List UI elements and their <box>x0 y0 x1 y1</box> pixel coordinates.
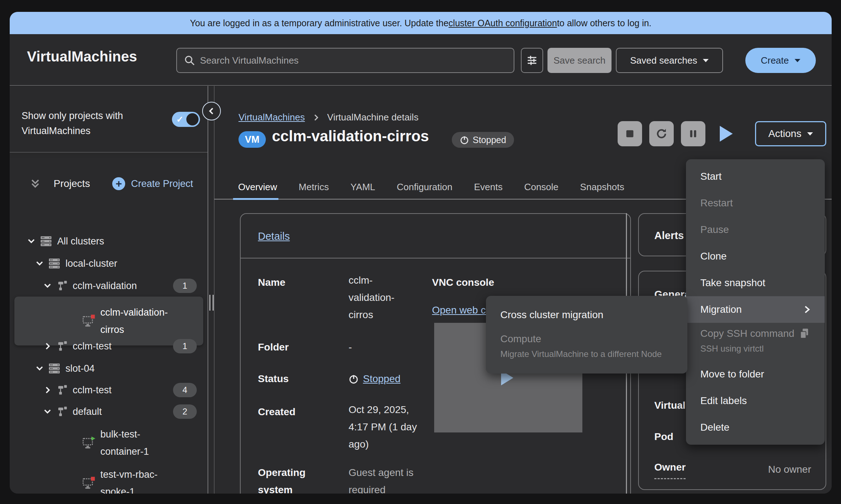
sidebar-resize-handle[interactable] <box>208 295 215 311</box>
folder-value: - <box>349 339 352 356</box>
search-input[interactable] <box>200 55 506 66</box>
tree-item-label: cclm-validation <box>73 277 137 294</box>
chevron-down-icon[interactable] <box>43 282 52 290</box>
copy-ssh-description: SSH using virtctl <box>700 344 810 354</box>
menu-item-clone[interactable]: Clone <box>686 243 825 270</box>
tree-item-label: test-vm-rbac- spoke-1 <box>100 466 158 494</box>
compute-label: Compute <box>500 333 541 345</box>
owner-label: Owner <box>654 459 686 479</box>
actions-dropdown-button[interactable]: Actions <box>755 121 826 146</box>
show-only-projects-toggle[interactable]: ✓ <box>172 112 200 127</box>
create-project-label: Create Project <box>131 178 193 189</box>
save-search-label: Save search <box>554 55 606 66</box>
menu-item-restart[interactable]: Restart <box>686 190 825 216</box>
tree-item-cclm-validation[interactable]: cclm-validation 1 <box>14 276 203 296</box>
chevron-right-icon <box>803 305 810 314</box>
details-divider <box>241 258 630 258</box>
sliders-icon <box>526 55 538 66</box>
stop-button[interactable] <box>618 121 642 146</box>
migration-label: Migration <box>700 304 742 315</box>
status-value: Stopped <box>349 370 400 388</box>
alerts-title: Alerts <box>654 230 684 242</box>
vm-status-badge: Stopped <box>452 132 514 148</box>
oauth-config-link[interactable]: cluster OAuth configuration <box>449 18 557 28</box>
tab-configuration[interactable]: Configuration <box>397 175 453 199</box>
tree-item-all-clusters[interactable]: All clusters <box>14 231 203 251</box>
play-icon <box>720 126 733 142</box>
created-label: Created <box>258 403 295 421</box>
tree-item-default[interactable]: default 2 <box>14 402 203 422</box>
advanced-filters-button[interactable] <box>521 48 543 73</box>
cluster-icon <box>48 258 60 269</box>
breadcrumb: VirtualMachines VirtualMachine details <box>238 112 418 123</box>
restart-button[interactable] <box>649 121 674 146</box>
tab-events[interactable]: Events <box>474 175 503 199</box>
page-header: VirtualMachines Save search <box>10 34 832 86</box>
pause-button[interactable] <box>681 121 705 146</box>
vm-details-main: VirtualMachines VirtualMachine details V… <box>214 86 832 494</box>
menu-item-pause[interactable]: Pause <box>686 216 825 243</box>
start-button[interactable] <box>717 125 735 143</box>
tab-overview[interactable]: Overview <box>238 175 277 199</box>
sidebar-divider <box>10 152 208 152</box>
chevron-down-icon[interactable] <box>35 260 44 267</box>
save-search-button[interactable]: Save search <box>547 48 612 73</box>
project-icon <box>56 406 68 417</box>
tree-item-local-cluster[interactable]: local-cluster <box>14 253 203 274</box>
name-label: Name <box>258 274 285 291</box>
breadcrumb-current: VirtualMachine details <box>327 112 419 123</box>
menu-item-migration[interactable]: Migration <box>686 296 825 323</box>
vm-count-badge: 4 <box>173 383 197 397</box>
tab-console[interactable]: Console <box>524 175 558 199</box>
chevron-down-icon[interactable] <box>27 237 36 245</box>
collapse-all-icon[interactable] <box>31 179 40 189</box>
show-only-projects-label: Show only projects with VirtualMachines <box>22 108 165 138</box>
tab-metrics[interactable]: Metrics <box>299 175 329 199</box>
tab-snapshots[interactable]: Snapshots <box>580 175 624 199</box>
banner-text-suffix: to allow others to log in. <box>557 18 651 28</box>
chevron-right-icon[interactable] <box>43 342 52 350</box>
actions-menu: Start Restart Pause Clone Take snapshot … <box>686 159 825 445</box>
create-button[interactable]: Create <box>745 48 816 73</box>
os-value: Guest agent is required <box>349 464 435 494</box>
folder-label: Folder <box>258 339 289 356</box>
project-icon <box>56 385 68 395</box>
copy-ssh-label: Copy SSH command <box>700 328 794 339</box>
pause-icon <box>688 129 698 139</box>
menu-item-delete[interactable]: Delete <box>686 414 825 441</box>
screen: You are logged in as a temporary adminis… <box>0 0 841 504</box>
chevron-right-icon[interactable] <box>43 386 52 394</box>
details-title-link[interactable]: Details <box>258 230 290 242</box>
chevron-down-icon[interactable] <box>43 408 52 416</box>
menu-item-take-snapshot[interactable]: Take snapshot <box>686 270 825 296</box>
tree-item-bulk-test-container-1[interactable]: bulk-test- container-1 <box>14 424 203 462</box>
tree-item-cclm-test-slot04[interactable]: cclm-test 4 <box>14 380 203 400</box>
plus-circle-icon: + <box>112 177 125 190</box>
chevron-down-icon[interactable] <box>35 365 44 372</box>
submenu-item-compute[interactable]: Compute Migrate VirtualMachine to a diff… <box>486 328 687 366</box>
menu-item-copy-ssh-command[interactable]: Copy SSH command SSH using virtctl <box>686 323 825 361</box>
sidebar-collapse-button[interactable] <box>202 102 221 120</box>
menu-item-start[interactable]: Start <box>686 163 825 190</box>
menu-item-edit-labels[interactable]: Edit labels <box>686 388 825 414</box>
chevron-left-icon <box>208 107 215 115</box>
compute-description: Migrate VirtualMachine to a different No… <box>500 349 673 359</box>
pod-label: Pod <box>654 428 673 445</box>
tree-item-label: cclm-test <box>73 338 112 355</box>
create-project-button[interactable]: + Create Project <box>112 177 193 190</box>
vm-running-icon <box>82 436 95 449</box>
search-box[interactable] <box>176 48 514 73</box>
status-stopped-link[interactable]: Stopped <box>363 370 400 388</box>
vm-count-badge: 2 <box>173 404 197 419</box>
submenu-item-cross-cluster-migration[interactable]: Cross cluster migration <box>486 302 687 328</box>
tree-item-cclm-test-local[interactable]: cclm-test 1 <box>14 336 203 356</box>
tree-item-slot-04[interactable]: slot-04 <box>14 358 203 379</box>
tab-yaml[interactable]: YAML <box>350 175 375 199</box>
breadcrumb-virtualmachines-link[interactable]: VirtualMachines <box>238 112 305 123</box>
tree-item-test-vm-rbac-spoke-1[interactable]: test-vm-rbac- spoke-1 <box>14 464 203 494</box>
vm-stopped-icon <box>82 477 95 490</box>
tree-item-label: bulk-test- container-1 <box>100 426 149 460</box>
saved-searches-dropdown[interactable]: Saved searches <box>616 48 723 73</box>
menu-item-move-to-folder[interactable]: Move to folder <box>686 361 825 388</box>
off-icon <box>349 374 359 384</box>
